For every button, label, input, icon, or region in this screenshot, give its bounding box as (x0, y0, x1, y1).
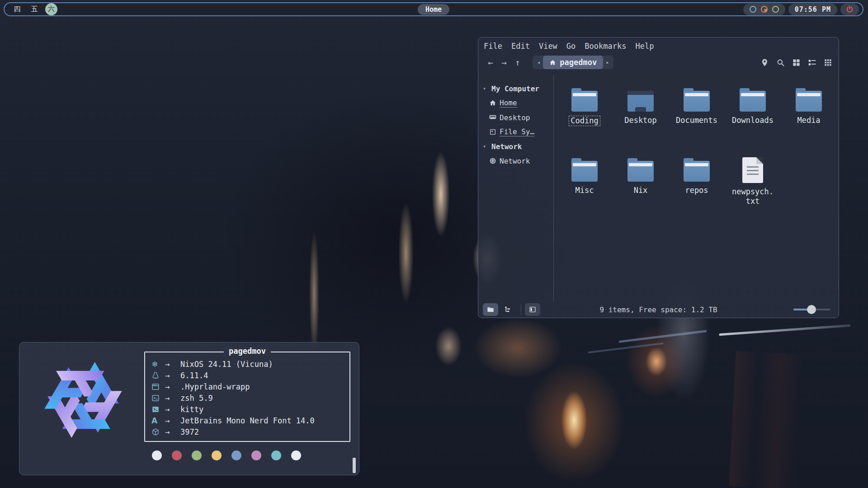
folder-icon (684, 161, 710, 182)
sidebar-section-network[interactable]: ▾ Network (478, 139, 553, 154)
path-scroll-right-icon[interactable]: ▸ (603, 59, 612, 66)
sidebar-item-file-system[interactable]: File Sy… (478, 125, 553, 139)
tray-circle-blue-icon[interactable] (750, 6, 756, 13)
palette-dot (172, 450, 182, 460)
compact-view-button[interactable] (824, 58, 832, 67)
menu-edit[interactable]: Edit (511, 42, 530, 51)
places-sidebar: ▾ My Computer Home Desktop File Sy… (478, 75, 553, 301)
slider-thumb[interactable] (807, 305, 816, 314)
hostname-title: pagedmov (224, 347, 271, 356)
statusbar-divider (521, 304, 521, 315)
forward-button[interactable]: → (497, 57, 511, 67)
terminal-scrollbar[interactable] (353, 458, 356, 473)
workspace-5[interactable]: 五 (28, 4, 41, 15)
plank-glow (729, 351, 803, 488)
file-tile-repos[interactable]: repos (669, 156, 725, 206)
window-manager-icon (151, 383, 163, 391)
palette-dot (231, 450, 241, 460)
file-tile-nix[interactable]: Nix (613, 156, 669, 206)
desktop-icon (489, 114, 496, 121)
file-manager-window: File Edit View Go Bookmarks Help ← → ↑ ◂… (478, 37, 839, 318)
arrow-icon: → (163, 416, 180, 425)
globe-icon (489, 157, 496, 164)
chevron-down-icon[interactable]: ▾ (483, 85, 488, 92)
icon-view-button[interactable] (792, 58, 801, 67)
fastfetch-info-box: pagedmov ❄ → NixOS 24.11 (Vicuna) → 6.11… (144, 352, 350, 442)
workspace-switcher: 四 五 六 (11, 3, 57, 15)
light-streak (618, 330, 707, 343)
terminal-color-palette (152, 450, 301, 460)
side-pane-toggle-button[interactable] (525, 303, 540, 316)
chevron-down-icon[interactable]: ▾ (483, 143, 488, 150)
file-grid: Coding Desktop Documents Downloads Media (555, 75, 839, 301)
sidebar-item-desktop[interactable]: Desktop (478, 110, 553, 125)
arrow-icon: → (163, 382, 180, 391)
palette-dot (192, 450, 202, 460)
toolbar: ← → ↑ ◂ pagedmov ▸ (478, 53, 839, 72)
arrow-icon: → (163, 427, 180, 436)
sidebar-item-network[interactable]: Network (478, 154, 553, 168)
sidebar-section-my-computer[interactable]: ▾ My Computer (478, 81, 553, 96)
location-pin-button[interactable] (760, 58, 769, 67)
folder-icon (796, 91, 822, 112)
folder-icon (740, 91, 766, 112)
home-icon (489, 99, 496, 107)
wm-row: → .Hyprland-wrapp (151, 381, 342, 392)
clock-module: 07:56 PM (788, 4, 837, 15)
path-scroll-left-icon[interactable]: ◂ (534, 59, 543, 66)
palette-dot (212, 450, 222, 460)
file-tile-coding[interactable]: Coding (557, 86, 613, 126)
kernel-row: → 6.11.4 (151, 370, 342, 381)
tray-circle-orange-icon[interactable] (761, 6, 768, 13)
workspace-4[interactable]: 四 (11, 4, 24, 15)
menu-bookmarks[interactable]: Bookmarks (585, 42, 626, 51)
shell-icon (151, 394, 163, 402)
text-file-icon (742, 157, 763, 183)
power-icon (846, 5, 854, 13)
zoom-slider[interactable] (793, 305, 830, 314)
terminal-icon (151, 405, 163, 413)
menu-file[interactable]: File (484, 42, 502, 51)
search-button[interactable] (776, 58, 785, 67)
folder-icon (627, 161, 654, 182)
menu-help[interactable]: Help (635, 42, 654, 51)
tree-pane-button[interactable] (500, 303, 515, 316)
active-window-title: Home (418, 4, 449, 15)
shell-row: → zsh 5.9 (151, 392, 342, 404)
folder-icon (571, 161, 598, 182)
power-button[interactable] (840, 4, 859, 15)
sidebar-item-home[interactable]: Home (478, 96, 553, 110)
arrow-icon: → (163, 371, 180, 380)
tray-circle-green-icon[interactable] (772, 6, 779, 13)
desktop-folder-icon (627, 91, 654, 112)
file-tile-misc[interactable]: Misc (557, 156, 613, 206)
menu-view[interactable]: View (539, 42, 557, 51)
detailed-list-view-button[interactable] (808, 58, 816, 67)
file-tile-media[interactable]: Media (781, 86, 837, 126)
file-manager-body: ▾ My Computer Home Desktop File Sy… (478, 75, 839, 301)
menu-go[interactable]: Go (566, 42, 576, 51)
up-button[interactable]: ↑ (511, 57, 524, 67)
home-icon (549, 59, 556, 66)
toolbar-view-controls (760, 58, 832, 67)
font-row: A → JetBrains Mono Nerd Font 14.0 (151, 415, 342, 426)
top-bar: 四 五 六 Home 07:56 PM (4, 2, 863, 16)
sidebar-separator (553, 75, 554, 301)
back-button[interactable]: ← (484, 57, 497, 67)
file-tile-downloads[interactable]: Downloads (725, 86, 781, 126)
arrow-icon: → (163, 360, 180, 369)
path-bar: ◂ pagedmov ▸ (533, 56, 613, 69)
file-tile-newpsych-txt[interactable]: newpsych.txt (725, 156, 781, 206)
packages-icon (151, 428, 163, 436)
file-tile-desktop[interactable]: Desktop (613, 86, 669, 126)
nixos-icon: ❄ (151, 360, 163, 369)
palette-dot (291, 450, 301, 460)
file-tile-documents[interactable]: Documents (669, 86, 725, 126)
places-pane-button[interactable] (483, 303, 498, 316)
palette-dot (271, 450, 281, 460)
workspace-6-active[interactable]: 六 (45, 3, 57, 15)
filesystem-disk-icon (489, 128, 496, 136)
breadcrumb-home[interactable]: pagedmov (543, 56, 603, 69)
status-bar: 9 items, Free space: 1.2 TB (478, 301, 839, 318)
os-row: ❄ → NixOS 24.11 (Vicuna) (151, 358, 342, 370)
